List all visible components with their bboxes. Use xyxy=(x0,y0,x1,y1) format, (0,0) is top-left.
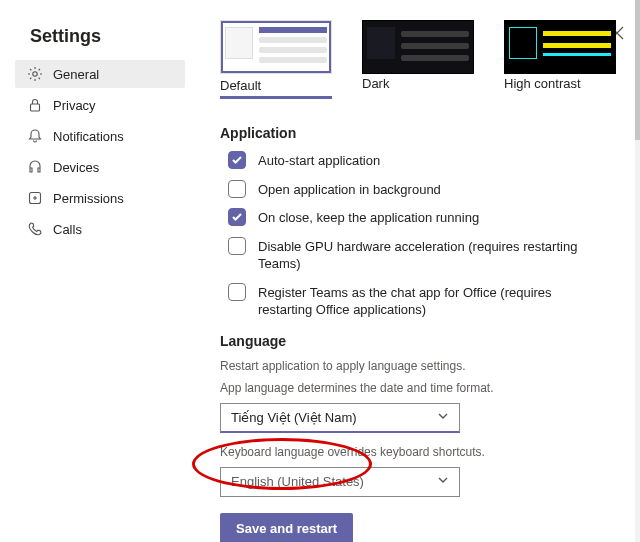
sidebar-item-calls[interactable]: Calls xyxy=(15,215,185,243)
checkbox-disable-gpu[interactable]: Disable GPU hardware acceleration (requi… xyxy=(228,237,630,273)
theme-default[interactable]: Default xyxy=(220,20,332,99)
checkbox-label: Open application in background xyxy=(258,180,441,199)
theme-dark-preview xyxy=(362,20,474,74)
settings-content: Default Dark High contrast Application A… xyxy=(220,0,630,542)
checkbox-open-background[interactable]: Open application in background xyxy=(228,180,630,199)
theme-default-preview xyxy=(220,20,332,74)
checkbox-label: Auto-start application xyxy=(258,151,380,170)
sidebar-item-label: Permissions xyxy=(53,191,124,206)
headset-icon xyxy=(27,159,43,175)
checkbox-label: On close, keep the application running xyxy=(258,208,479,227)
chevron-down-icon xyxy=(437,410,449,425)
save-and-restart-button[interactable]: Save and restart xyxy=(220,513,353,542)
svg-point-0 xyxy=(33,72,37,76)
check-icon xyxy=(231,211,243,223)
check-icon xyxy=(231,154,243,166)
checkbox-input[interactable] xyxy=(228,283,246,301)
keyboard-language-select[interactable]: English (United States) xyxy=(220,467,460,497)
keyboard-language-value: English (United States) xyxy=(231,474,364,489)
sidebar-item-label: Devices xyxy=(53,160,99,175)
settings-title: Settings xyxy=(30,26,101,47)
theme-picker: Default Dark High contrast xyxy=(220,20,630,99)
phone-icon xyxy=(27,221,43,237)
gear-icon xyxy=(27,66,43,82)
language-restart-hint: Restart application to apply language se… xyxy=(220,359,630,373)
sidebar-item-label: Privacy xyxy=(53,98,96,113)
theme-dark-label: Dark xyxy=(362,76,389,91)
vertical-scrollbar[interactable] xyxy=(635,0,640,542)
sidebar-item-notifications[interactable]: Notifications xyxy=(15,122,185,150)
sidebar-item-general[interactable]: General xyxy=(15,60,185,88)
permissions-icon xyxy=(27,190,43,206)
theme-high-contrast[interactable]: High contrast xyxy=(504,20,616,99)
checkbox-keep-running[interactable]: On close, keep the application running xyxy=(228,208,630,227)
theme-hc-preview xyxy=(504,20,616,74)
sidebar-item-label: General xyxy=(53,67,99,82)
theme-dark[interactable]: Dark xyxy=(362,20,474,99)
chevron-down-icon xyxy=(437,474,449,489)
checkbox-autostart[interactable]: Auto-start application xyxy=(228,151,630,170)
checkbox-input[interactable] xyxy=(228,237,246,255)
sidebar-item-permissions[interactable]: Permissions xyxy=(15,184,185,212)
application-heading: Application xyxy=(220,125,630,141)
theme-default-label: Default xyxy=(220,78,332,99)
lock-icon xyxy=(27,97,43,113)
svg-rect-1 xyxy=(31,104,40,111)
app-language-select[interactable]: Tiếng Việt (Việt Nam) xyxy=(220,403,460,433)
checkbox-label: Register Teams as the chat app for Offic… xyxy=(258,283,598,319)
sidebar-item-label: Calls xyxy=(53,222,82,237)
language-heading: Language xyxy=(220,333,630,349)
checkbox-label: Disable GPU hardware acceleration (requi… xyxy=(258,237,598,273)
theme-hc-label: High contrast xyxy=(504,76,581,91)
settings-sidebar: General Privacy Notifications Devices Pe… xyxy=(15,60,185,246)
sidebar-item-devices[interactable]: Devices xyxy=(15,153,185,181)
app-language-hint: App language determines the date and tim… xyxy=(220,381,630,395)
checkbox-input[interactable] xyxy=(228,151,246,169)
checkbox-input[interactable] xyxy=(228,180,246,198)
sidebar-item-privacy[interactable]: Privacy xyxy=(15,91,185,119)
checkbox-input[interactable] xyxy=(228,208,246,226)
sidebar-item-label: Notifications xyxy=(53,129,124,144)
keyboard-language-hint: Keyboard language overrides keyboard sho… xyxy=(220,445,630,459)
app-language-value: Tiếng Việt (Việt Nam) xyxy=(231,410,357,425)
scrollbar-thumb[interactable] xyxy=(635,0,640,140)
checkbox-register-office[interactable]: Register Teams as the chat app for Offic… xyxy=(228,283,630,319)
bell-icon xyxy=(27,128,43,144)
